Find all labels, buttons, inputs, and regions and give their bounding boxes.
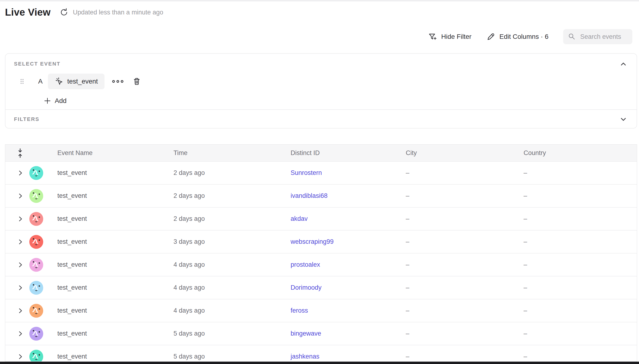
column-header-distinct-id: Distinct ID — [291, 149, 406, 157]
edit-columns-button[interactable]: Edit Columns · 6 — [486, 32, 548, 42]
user-avatar — [29, 189, 44, 203]
cell-city: – — [406, 169, 524, 176]
cell-country: – — [524, 353, 637, 360]
click-cursor-icon — [55, 77, 64, 86]
delete-event-button[interactable] — [132, 77, 141, 86]
search-events-box[interactable] — [563, 29, 632, 44]
chevron-right-icon — [17, 170, 24, 176]
expand-row-button[interactable] — [11, 308, 24, 314]
cell-event-name: test_event — [57, 284, 173, 291]
user-avatar — [29, 234, 44, 249]
collapse-select-event-button[interactable] — [618, 59, 628, 69]
expand-row-button[interactable] — [11, 216, 24, 222]
chevron-right-icon — [17, 331, 24, 337]
three-dots-icon — [111, 78, 124, 85]
page-title: Live View — [5, 7, 51, 18]
cell-country: – — [524, 261, 637, 268]
filters-section: FILTERS — [6, 110, 637, 128]
table-row: test_event 2 days ago akdav – – — [5, 208, 637, 230]
select-event-section: SELECT EVENT A — [6, 54, 637, 109]
chevron-right-icon — [17, 193, 24, 199]
chevron-right-icon — [17, 285, 24, 291]
cell-city: – — [406, 307, 524, 314]
table-row: test_event 2 days ago Sunrostern – – — [5, 162, 637, 184]
plus-icon — [43, 97, 51, 105]
expand-row-button[interactable] — [11, 285, 24, 291]
cell-distinct-id-link[interactable]: akdav — [291, 215, 308, 222]
expand-row-button[interactable] — [11, 331, 24, 337]
cell-event-name: test_event — [57, 261, 173, 268]
cell-time: 4 days ago — [173, 307, 291, 314]
chevron-right-icon — [17, 262, 24, 268]
cell-country: – — [524, 215, 637, 222]
chevron-up-icon — [619, 60, 627, 68]
add-event-button[interactable]: Add — [43, 97, 67, 105]
user-avatar — [29, 326, 44, 341]
window-top-shadow — [0, 0, 639, 2]
search-icon — [568, 32, 576, 41]
cell-city: – — [406, 261, 524, 268]
cell-time: 4 days ago — [173, 261, 291, 268]
cell-distinct-id-link[interactable]: ivandiblasi68 — [291, 192, 328, 199]
cell-time: 4 days ago — [173, 284, 291, 291]
table-row: test_event 5 days ago jashkenas – – — [5, 345, 637, 362]
column-header-country: Country — [524, 149, 637, 157]
pencil-icon — [486, 32, 496, 42]
user-avatar — [29, 212, 44, 226]
cell-event-name: test_event — [57, 307, 173, 314]
chevron-down-icon — [619, 115, 627, 123]
cell-distinct-id-link[interactable]: webscraping99 — [291, 238, 334, 245]
cell-distinct-id-link[interactable]: prostoalex — [291, 261, 320, 268]
add-button-label: Add — [55, 97, 67, 104]
user-avatar — [29, 304, 44, 318]
cell-country: – — [524, 238, 637, 246]
cell-city: – — [406, 192, 524, 200]
expand-row-button[interactable] — [11, 262, 24, 268]
table-row: test_event 2 days ago ivandiblasi68 – – — [5, 184, 637, 208]
last-updated-text: Updated less than a minute ago — [73, 9, 163, 16]
cell-distinct-id-link[interactable]: jashkenas — [291, 353, 319, 360]
cell-country: – — [524, 284, 637, 291]
page-header: Live View Updated less than a minute ago — [5, 7, 163, 18]
user-avatar — [29, 349, 44, 362]
cell-country: – — [524, 330, 637, 337]
expand-filters-button[interactable] — [618, 114, 628, 124]
table-row: test_event 4 days ago prostoalex – – — [5, 254, 637, 276]
funnel-plus-icon — [428, 32, 437, 42]
expand-row-button[interactable] — [11, 170, 24, 176]
query-builder-card: SELECT EVENT A — [5, 53, 637, 128]
cell-time: 2 days ago — [173, 169, 291, 176]
trash-icon — [132, 77, 141, 86]
cell-distinct-id-link[interactable]: bingewave — [291, 330, 321, 337]
expand-row-button[interactable] — [11, 193, 24, 199]
cell-city: – — [406, 284, 524, 291]
refresh-button[interactable] — [59, 7, 69, 18]
table-body: test_event 2 days ago Sunrostern – – tes… — [5, 162, 637, 362]
cell-event-name: test_event — [57, 238, 173, 246]
expand-row-button[interactable] — [11, 239, 24, 245]
table-row: test_event 3 days ago webscraping99 – – — [5, 230, 637, 254]
collapse-all-rows-button[interactable] — [11, 148, 24, 158]
hide-filter-label: Hide Filter — [441, 33, 472, 40]
cell-distinct-id-link[interactable]: feross — [291, 307, 308, 314]
hide-filter-button[interactable]: Hide Filter — [428, 32, 472, 42]
table-row: test_event 4 days ago feross – – — [5, 300, 637, 322]
cell-city: – — [406, 353, 524, 360]
drag-handle-icon[interactable] — [19, 78, 25, 85]
column-header-city: City — [406, 149, 524, 157]
event-selector-chip[interactable]: test_event — [48, 74, 105, 89]
events-table: Event Name Time Distinct ID City Country… — [5, 144, 637, 362]
cell-distinct-id-link[interactable]: Sunrostern — [291, 169, 322, 176]
search-input[interactable] — [580, 33, 628, 40]
event-options-menu-button[interactable] — [111, 78, 124, 85]
cell-city: – — [406, 238, 524, 246]
event-row-letter: A — [38, 78, 43, 85]
expand-row-button[interactable] — [11, 354, 24, 360]
cell-city: – — [406, 215, 524, 222]
user-avatar — [29, 258, 44, 272]
cell-time: 5 days ago — [173, 353, 291, 360]
collapse-all-icon — [17, 148, 24, 158]
cell-distinct-id-link[interactable]: Dorimoody — [291, 284, 322, 291]
table-header-row: Event Name Time Distinct ID City Country — [5, 144, 637, 162]
cell-event-name: test_event — [57, 215, 173, 222]
